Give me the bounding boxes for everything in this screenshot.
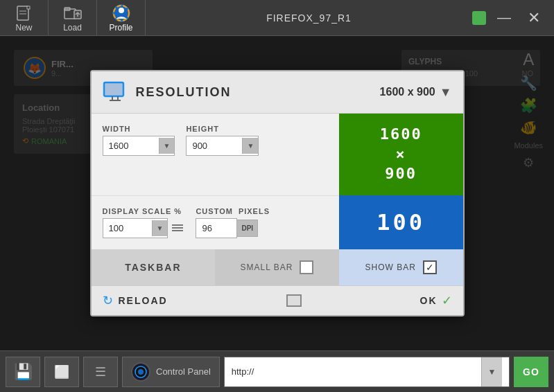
scale-display: 100 <box>339 195 463 249</box>
smallbar-section: SMALL BAR <box>215 249 339 285</box>
window-icon-taskbar: ⬜ <box>54 364 69 380</box>
height-input-container: ▼ <box>186 136 259 156</box>
control-panel-label: Control Panel <box>156 366 211 377</box>
scale-row: DISPLAY SCALE % ▼ <box>103 207 328 238</box>
bottom-taskbar: 💾 ⬜ ☰ Control Panel ▼ GO <box>0 350 554 392</box>
ok-label: OK <box>420 295 438 306</box>
list-taskbar-button[interactable]: ☰ <box>83 357 118 387</box>
monitor-icon <box>103 80 128 105</box>
taskbar-label: TASKBAR <box>125 262 181 273</box>
reload-icon: ↻ <box>103 293 113 308</box>
dpi-input-container: DPI <box>196 218 270 238</box>
res-line2: 900 <box>385 165 417 182</box>
dropdown-arrow-icon: ▼ <box>440 85 452 100</box>
dpi-group: CUSTOM PIXELS DPI <box>196 207 270 238</box>
width-input[interactable] <box>103 136 159 155</box>
reload-label: RELOAD <box>119 295 168 306</box>
height-label: HEIGHT <box>186 125 259 133</box>
svg-point-12 <box>119 8 124 13</box>
url-bar: ▼ <box>224 357 510 387</box>
url-input[interactable] <box>232 366 481 377</box>
save-taskbar-button[interactable]: 💾 <box>6 357 40 387</box>
ok-button[interactable]: OK ✓ <box>420 293 452 308</box>
showbar-label: SHOW BAR <box>365 262 415 272</box>
modal-overlay: RESOLUTION 1600 x 900 ▼ WIDTH ▼ <box>0 36 554 350</box>
percent-label: % <box>174 207 182 215</box>
resolution-modal: RESOLUTION 1600 x 900 ▼ WIDTH ▼ <box>90 70 465 317</box>
dpi-label-row: CUSTOM PIXELS <box>196 207 270 215</box>
scale-section: DISPLAY SCALE % ▼ <box>92 195 339 249</box>
modal-header: RESOLUTION 1600 x 900 ▼ <box>92 71 463 114</box>
showbar-section: SHOW BAR ✓ <box>339 249 463 285</box>
new-label: New <box>15 23 32 33</box>
lines-icon <box>168 224 187 231</box>
width-group: WIDTH ▼ <box>103 125 175 156</box>
profile-icon <box>110 3 132 23</box>
toolbar-right: — ✕ <box>472 6 554 30</box>
scale-input-container: ▼ <box>103 218 168 238</box>
window-taskbar-button[interactable]: ⬜ <box>44 357 79 387</box>
go-button[interactable]: GO <box>514 357 548 387</box>
resolution-display: 1600 × 900 <box>339 114 463 195</box>
modal-title: RESOLUTION <box>136 85 372 100</box>
control-panel-icon <box>131 362 150 382</box>
scale-input-group: DISPLAY SCALE % ▼ <box>103 207 188 238</box>
scale-label-row: DISPLAY SCALE % <box>103 207 188 215</box>
load-button[interactable]: Load <box>49 0 97 36</box>
width-dropdown-button[interactable]: ▼ <box>159 138 175 154</box>
smallbar-label: SMALL BAR <box>241 262 293 272</box>
res-line1: 1600 <box>380 125 422 143</box>
display-scale-label: DISPLAY SCALE <box>103 207 172 215</box>
smallbar-checkbox[interactable] <box>300 260 313 274</box>
new-icon <box>13 3 35 23</box>
pixels-label: PIXELS <box>239 207 270 215</box>
top-toolbar: New Load Profile FIREFOX_97_R1 <box>0 0 554 36</box>
svg-point-20 <box>138 369 144 375</box>
window-icon <box>286 294 302 307</box>
res-x: × <box>396 145 406 163</box>
load-icon <box>62 3 84 23</box>
control-panel-button[interactable]: Control Panel <box>122 357 220 387</box>
resolution-display-text: 1600 × 900 <box>380 125 422 184</box>
status-indicator <box>472 11 486 25</box>
go-label: GO <box>523 366 539 377</box>
app-title: FIREFOX_97_R1 <box>146 12 472 24</box>
height-dropdown-button[interactable]: ▼ <box>242 138 258 154</box>
svg-rect-15 <box>104 82 123 96</box>
custom-label: CUSTOM <box>196 207 232 215</box>
input-row: WIDTH ▼ HEIGHT ▼ <box>103 125 328 156</box>
profile-button[interactable]: Profile <box>97 0 146 36</box>
main-content: 🦊 FIR... 9... GLYPHS 100100NO Location S… <box>0 36 554 350</box>
save-icon: 💾 <box>14 363 33 381</box>
new-button[interactable]: New <box>0 0 49 36</box>
close-button[interactable]: ✕ <box>522 6 546 30</box>
minimize-button[interactable]: — <box>492 7 517 28</box>
width-label: WIDTH <box>103 125 175 133</box>
scale-input[interactable] <box>103 219 152 238</box>
dpi-input[interactable] <box>196 218 237 238</box>
reload-button[interactable]: ↻ RELOAD <box>103 293 168 308</box>
height-group: HEIGHT ▼ <box>186 125 259 156</box>
height-input[interactable] <box>187 136 242 155</box>
load-label: Load <box>63 23 82 33</box>
resolution-dropdown[interactable]: 1600 x 900 ▼ <box>380 85 452 100</box>
width-input-container: ▼ <box>103 136 175 156</box>
showbar-checkbox[interactable]: ✓ <box>423 260 437 274</box>
scale-dropdown-button[interactable]: ▼ <box>152 220 168 236</box>
url-dropdown-button[interactable]: ▼ <box>481 357 502 386</box>
ok-check-icon: ✓ <box>442 293 452 308</box>
modal-body: WIDTH ▼ HEIGHT ▼ <box>92 114 463 285</box>
list-icon: ☰ <box>95 364 106 380</box>
scale-display-text: 100 <box>376 209 425 235</box>
svg-rect-2 <box>27 6 30 9</box>
dpi-badge: DPI <box>237 220 258 237</box>
dimensions-section: WIDTH ▼ HEIGHT ▼ <box>92 114 339 195</box>
modal-footer: ↻ RELOAD OK ✓ <box>92 285 463 315</box>
taskbar-section[interactable]: TASKBAR <box>92 249 216 285</box>
resolution-value: 1600 x 900 <box>380 86 435 98</box>
profile-label: Profile <box>109 23 132 33</box>
